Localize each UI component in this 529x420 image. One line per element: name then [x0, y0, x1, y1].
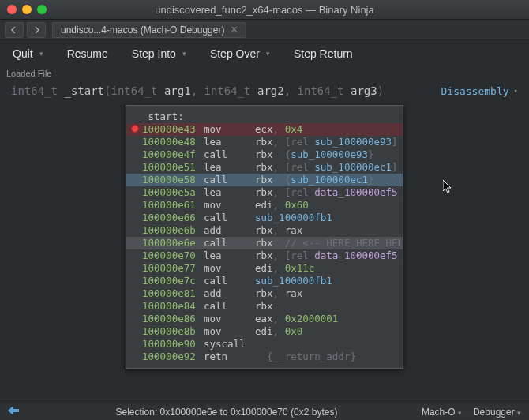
- step-into-button[interactable]: Step Into ▾: [132, 47, 186, 60]
- address: 100000e51: [142, 161, 204, 174]
- mnemonic: syscall: [204, 338, 255, 351]
- asm-row[interactable]: 100000e51learbx, [rel sub_100000ec1]: [126, 161, 403, 174]
- param-name: arg3: [351, 84, 377, 97]
- address: 100000e77: [142, 262, 204, 275]
- step-over-button[interactable]: Step Over ▾: [210, 47, 270, 60]
- selection-status: Selection: 0x100000e6e to 0x100000e70 (0…: [32, 407, 422, 418]
- address: 100000e8b: [142, 325, 204, 338]
- mnemonic: lea: [204, 136, 255, 148]
- mnemonic: call: [204, 148, 255, 161]
- address: 100000e70: [142, 249, 204, 262]
- address: 100000e43: [142, 123, 204, 136]
- chevron-left-icon: [11, 27, 17, 33]
- mnemonic: mov: [204, 262, 255, 275]
- mnemonic: call: [204, 275, 255, 287]
- traffic-lights: [0, 5, 47, 14]
- asm-row[interactable]: 100000e77movedi, 0x11c: [126, 262, 403, 275]
- operands: rbx, [rel sub_100000ec1]: [255, 161, 400, 174]
- asm-row[interactable]: 100000e5alearbx, [rel data_100000ef5]: [126, 186, 403, 199]
- resume-label: Resume: [67, 47, 108, 60]
- asm-row[interactable]: 100000e66callsub_100000fb1: [126, 212, 403, 224]
- chevron-right-icon: [33, 27, 39, 33]
- mnemonic: mov: [204, 325, 255, 338]
- mnemonic: call: [204, 300, 255, 313]
- asm-row[interactable]: 100000e84callrbx: [126, 300, 403, 313]
- operands: rbx, [rel data_100000ef5]: [255, 186, 400, 199]
- window-title: undiscovered_func2_x64-macos — Binary Ni…: [0, 4, 529, 16]
- param-type: int64_t: [204, 84, 251, 97]
- asm-row[interactable]: 100000e58callrbx {sub_100000ec1}: [126, 174, 403, 186]
- operands: sub_100000fb1: [255, 212, 400, 224]
- debugger-selector[interactable]: Debugger ▾: [473, 407, 521, 418]
- mnemonic: add: [204, 224, 255, 237]
- operands: edi, 0x60: [255, 199, 400, 212]
- operands: edi, 0x0: [255, 325, 400, 338]
- chevron-down-icon: ▾: [39, 50, 43, 58]
- close-window-button[interactable]: [7, 5, 17, 14]
- address: 100000e6b: [142, 224, 204, 237]
- operands: sub_100000fb1: [255, 275, 400, 287]
- statusbar: Selection: 0x100000e6e to 0x100000e70 (0…: [0, 403, 529, 420]
- loaded-file-label: Loaded File: [0, 67, 529, 81]
- mnemonic: lea: [204, 186, 255, 199]
- mnemonic: mov: [204, 199, 255, 212]
- nav-forward-button[interactable]: [27, 22, 46, 38]
- mnemonic: call: [204, 237, 255, 249]
- breakpoint-icon[interactable]: [131, 125, 139, 133]
- asm-row[interactable]: 100000e4fcallrbx {sub_100000e93}: [126, 148, 403, 161]
- file-tab[interactable]: undisco...4-macos (Mach-O Debugger) ✕: [52, 22, 246, 38]
- titlebar: undiscovered_func2_x64-macos — Binary Ni…: [0, 0, 529, 20]
- breakpoint-gutter[interactable]: [131, 123, 142, 136]
- disassembly-panel[interactable]: _start:100000e43movecx, 0x4100000e48lear…: [126, 105, 403, 369]
- asm-row[interactable]: 100000e48learbx, [rel sub_100000e93]: [126, 136, 403, 148]
- address: 100000e4f: [142, 148, 204, 161]
- asm-row[interactable]: 100000e70learbx, [rel data_100000ef5]: [126, 249, 403, 262]
- mnemonic: mov: [204, 123, 255, 136]
- asm-row[interactable]: 100000e90syscall: [126, 338, 403, 351]
- param-name: arg1: [164, 84, 191, 97]
- chevron-down-icon: ▾: [182, 50, 186, 58]
- operands: edi, 0x11c: [255, 262, 400, 275]
- asm-row[interactable]: 100000e6ecallrbx // <-- HERE HERE HERE: [126, 237, 403, 249]
- operands: rbx, rax: [255, 224, 400, 237]
- filetype-selector[interactable]: Mach-O ▾: [422, 407, 462, 418]
- asm-row[interactable]: 100000e8bmovedi, 0x0: [126, 325, 403, 338]
- tab-label: undisco...4-macos (Mach-O Debugger): [61, 24, 224, 36]
- operands: rbx {sub_100000ec1}: [255, 174, 400, 186]
- chevron-down-icon: ▾: [517, 409, 521, 417]
- disassembly-area: _start:100000e43movecx, 0x4100000e48lear…: [0, 103, 529, 369]
- zoom-window-button[interactable]: [37, 5, 47, 14]
- asm-row[interactable]: 100000e43movecx, 0x4: [126, 123, 403, 136]
- asm-row[interactable]: 100000e86moveax, 0x2000001: [126, 313, 403, 325]
- asm-row[interactable]: 100000e92retn {__return_addr}: [126, 351, 403, 363]
- back-arrow-icon[interactable]: [8, 406, 32, 418]
- tab-close-icon[interactable]: ✕: [231, 24, 238, 35]
- quit-button[interactable]: Quit ▾: [13, 47, 43, 60]
- chevron-down-icon: ▾: [458, 409, 462, 417]
- asm-label-row[interactable]: _start:: [126, 111, 403, 123]
- return-type: int64_t: [11, 84, 58, 97]
- mnemonic: call: [204, 212, 255, 224]
- asm-row[interactable]: 100000e6baddrbx, rax: [126, 224, 403, 237]
- asm-row[interactable]: 100000e7ccallsub_100000fb1: [126, 275, 403, 287]
- step-return-button[interactable]: Step Return: [294, 47, 353, 60]
- asm-row[interactable]: 100000e61movedi, 0x60: [126, 199, 403, 212]
- chevron-down-icon: ▾: [266, 50, 270, 58]
- mnemonic: add: [204, 287, 255, 300]
- step-return-label: Step Return: [294, 47, 353, 60]
- minimize-window-button[interactable]: [22, 5, 32, 14]
- debugger-toolbar: Quit ▾ Resume Step Into ▾ Step Over ▾ St…: [0, 40, 529, 67]
- asm-row[interactable]: 100000e81addrbx, rax: [126, 287, 403, 300]
- function-signature[interactable]: int64_t _start(int64_t arg1, int64_t arg…: [11, 84, 441, 97]
- address: 100000e84: [142, 300, 204, 313]
- view-selector[interactable]: Disassembly ▾: [441, 85, 518, 97]
- nav-back-button[interactable]: [5, 22, 24, 38]
- param-type: int64_t: [298, 84, 344, 97]
- param-name: arg2: [257, 84, 284, 97]
- resume-button[interactable]: Resume: [67, 47, 108, 60]
- address: 100000e6e: [142, 237, 204, 249]
- function-signature-bar: int64_t _start(int64_t arg1, int64_t arg…: [0, 81, 529, 103]
- navbar: undisco...4-macos (Mach-O Debugger) ✕: [0, 20, 529, 40]
- mnemonic: lea: [204, 161, 255, 174]
- operands: rbx // <-- HERE HERE HERE: [255, 237, 400, 249]
